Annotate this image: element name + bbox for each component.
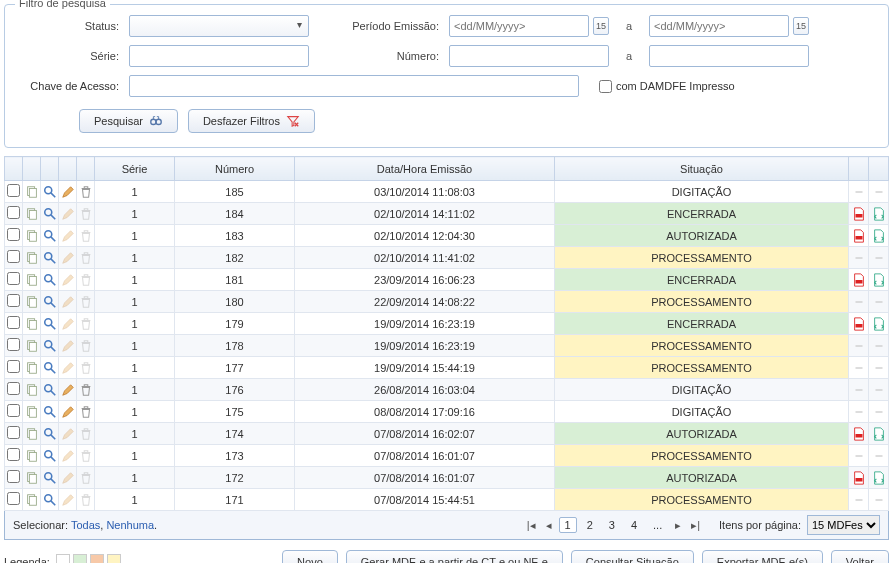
pager-page[interactable]: 1 [559,517,577,533]
col-numero[interactable]: Número [175,157,295,181]
copy-icon[interactable] [25,317,39,331]
copy-icon[interactable] [25,207,39,221]
xml-icon[interactable] [872,317,886,331]
edit-icon[interactable] [61,185,75,199]
copy-icon[interactable] [25,251,39,265]
gerar-button[interactable]: Gerar MDF-e a partir de CT-e ou NF-e [346,550,563,563]
serie-input[interactable] [129,45,309,67]
pdf-icon[interactable] [852,317,866,331]
exportar-button[interactable]: Exportar MDF-e(s) [702,550,823,563]
table-row[interactable]: 117307/08/2014 16:01:07PROCESSAMENTO [5,445,889,467]
pager-page[interactable]: 2 [581,517,599,533]
delete-icon[interactable] [79,185,93,199]
pdf-icon[interactable] [852,207,866,221]
row-checkbox[interactable] [7,492,20,505]
copy-icon[interactable] [25,339,39,353]
pesquisar-button[interactable]: Pesquisar [79,109,178,133]
status-select[interactable] [129,15,309,37]
periodo-start-input[interactable] [449,15,589,37]
copy-icon[interactable] [25,427,39,441]
view-icon[interactable] [43,273,57,287]
col-data[interactable]: Data/Hora Emissão [295,157,555,181]
pdf-icon[interactable] [852,229,866,243]
pdf-icon[interactable] [852,427,866,441]
row-checkbox[interactable] [7,382,20,395]
table-row[interactable]: 118503/10/2014 11:08:03DIGITAÇÃO [5,181,889,203]
desfazer-button[interactable]: Desfazer Filtros [188,109,315,133]
row-checkbox[interactable] [7,272,20,285]
pdf-icon[interactable] [852,471,866,485]
xml-icon[interactable] [872,229,886,243]
table-row[interactable]: 117207/08/2014 16:01:07AUTORIZADA [5,467,889,489]
row-checkbox[interactable] [7,294,20,307]
consultar-button[interactable]: Consultar Situação [571,550,694,563]
copy-icon[interactable] [25,383,39,397]
row-checkbox[interactable] [7,228,20,241]
table-row[interactable]: 117107/08/2014 15:44:51PROCESSAMENTO [5,489,889,511]
view-icon[interactable] [43,427,57,441]
view-icon[interactable] [43,251,57,265]
table-row[interactable]: 117508/08/2014 17:09:16DIGITAÇÃO [5,401,889,423]
xml-icon[interactable] [872,427,886,441]
view-icon[interactable] [43,493,57,507]
copy-icon[interactable] [25,273,39,287]
col-situacao[interactable]: Situação [555,157,849,181]
copy-icon[interactable] [25,449,39,463]
row-checkbox[interactable] [7,338,20,351]
row-checkbox[interactable] [7,184,20,197]
numero-start-input[interactable] [449,45,609,67]
numero-end-input[interactable] [649,45,809,67]
copy-icon[interactable] [25,295,39,309]
table-row[interactable]: 118202/10/2014 11:41:02PROCESSAMENTO [5,247,889,269]
xml-icon[interactable] [872,273,886,287]
view-icon[interactable] [43,405,57,419]
pager-next-icon[interactable]: ▸ [672,519,684,532]
copy-icon[interactable] [25,493,39,507]
pager-page[interactable]: ... [647,517,668,533]
table-row[interactable]: 117719/09/2014 15:44:19PROCESSAMENTO [5,357,889,379]
delete-icon[interactable] [79,405,93,419]
view-icon[interactable] [43,471,57,485]
view-icon[interactable] [43,449,57,463]
voltar-button[interactable]: Voltar [831,550,889,563]
row-checkbox[interactable] [7,448,20,461]
view-icon[interactable] [43,229,57,243]
copy-icon[interactable] [25,361,39,375]
select-none-link[interactable]: Nenhuma [106,519,154,531]
view-icon[interactable] [43,295,57,309]
table-row[interactable]: 117919/09/2014 16:23:19ENCERRADA [5,313,889,335]
pager-first-icon[interactable]: |◂ [524,519,539,532]
view-icon[interactable] [43,207,57,221]
pager-page[interactable]: 4 [625,517,643,533]
row-checkbox[interactable] [7,470,20,483]
row-checkbox[interactable] [7,426,20,439]
view-icon[interactable] [43,361,57,375]
row-checkbox[interactable] [7,316,20,329]
copy-icon[interactable] [25,185,39,199]
calendar-icon[interactable]: 15 [793,17,809,35]
pager-page[interactable]: 3 [603,517,621,533]
table-row[interactable]: 118022/09/2014 14:08:22PROCESSAMENTO [5,291,889,313]
select-all-link[interactable]: Todas [71,519,100,531]
chave-input[interactable] [129,75,579,97]
xml-icon[interactable] [872,207,886,221]
row-checkbox[interactable] [7,250,20,263]
com-damdfe-checkbox[interactable] [599,80,612,93]
edit-icon[interactable] [61,383,75,397]
copy-icon[interactable] [25,229,39,243]
table-row[interactable]: 117819/09/2014 16:23:19PROCESSAMENTO [5,335,889,357]
copy-icon[interactable] [25,471,39,485]
row-checkbox[interactable] [7,404,20,417]
view-icon[interactable] [43,317,57,331]
view-icon[interactable] [43,185,57,199]
periodo-end-input[interactable] [649,15,789,37]
novo-button[interactable]: Novo [282,550,338,563]
copy-icon[interactable] [25,405,39,419]
row-checkbox[interactable] [7,206,20,219]
table-row[interactable]: 118123/09/2014 16:06:23ENCERRADA [5,269,889,291]
table-row[interactable]: 118402/10/2014 14:11:02ENCERRADA [5,203,889,225]
pager-last-icon[interactable]: ▸| [688,519,703,532]
calendar-icon[interactable]: 15 [593,17,609,35]
itens-per-page-select[interactable]: 15 MDFes [807,515,880,535]
table-row[interactable]: 118302/10/2014 12:04:30AUTORIZADA [5,225,889,247]
